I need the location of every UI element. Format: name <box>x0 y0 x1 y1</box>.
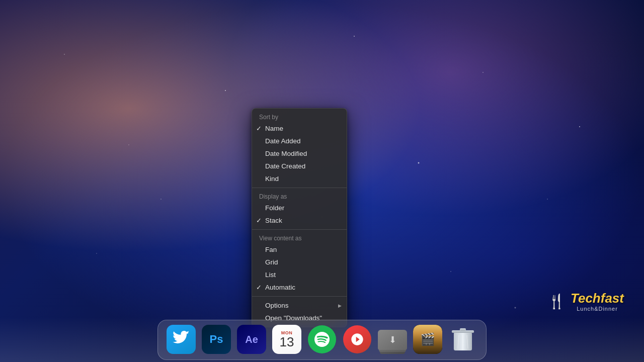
twitter-icon <box>167 325 196 354</box>
display-as-folder[interactable]: Folder <box>252 202 347 214</box>
calendar-day: 13 <box>280 335 294 348</box>
display-as-section: Display as Folder Stack <box>252 188 347 229</box>
fork-icon: 🍴 <box>548 293 566 310</box>
view-as-grid[interactable]: Grid <box>252 256 347 268</box>
sort-by-date-added[interactable]: Date Added <box>252 135 347 147</box>
dock-item-photoshop[interactable]: Ps <box>200 323 232 355</box>
dock-item-itunes[interactable] <box>341 323 373 355</box>
movies-icon: 🎬 <box>413 325 442 354</box>
svg-rect-2 <box>460 328 466 331</box>
dock-item-twitter[interactable] <box>165 323 197 355</box>
view-content-as-header: View content as <box>252 232 347 243</box>
sort-by-kind[interactable]: Kind <box>252 172 347 185</box>
sort-by-header: Sort by <box>252 111 347 122</box>
dock-container: Ps Ae MON 13 <box>157 320 487 360</box>
view-as-fan[interactable]: Fan <box>252 243 347 256</box>
calendar-icon: MON 13 <box>272 325 301 354</box>
dock-item-movies[interactable]: 🎬 <box>412 323 444 355</box>
dock-item-spotify[interactable] <box>306 323 338 355</box>
dock-item-calendar[interactable]: MON 13 <box>271 323 303 355</box>
techfast-logo: 🍴 Techfast Lunch&Dinner <box>548 291 624 312</box>
options-item[interactable]: Options <box>252 299 347 312</box>
sort-by-section: Sort by Name Date Added Date Modified Da… <box>252 109 347 188</box>
sort-by-date-modified[interactable]: Date Modified <box>252 147 347 160</box>
downloads-icon: ⬇ <box>378 325 407 354</box>
spotify-icon <box>307 325 337 354</box>
itunes-icon <box>343 325 372 354</box>
display-as-header: Display as <box>252 191 347 202</box>
trash-icon <box>448 325 477 354</box>
dock-item-trash[interactable] <box>447 323 479 355</box>
techfast-subtitle: Lunch&Dinner <box>571 306 624 312</box>
view-content-as-section: View content as Fan Grid List Automatic <box>252 230 347 296</box>
techfast-name: Techfast <box>571 291 624 306</box>
dock-item-downloads[interactable]: ⬇ <box>376 323 409 355</box>
dock: Ps Ae MON 13 <box>0 317 644 362</box>
context-menu: Sort by Name Date Added Date Modified Da… <box>252 108 347 327</box>
display-as-stack[interactable]: Stack <box>252 214 347 227</box>
sort-by-name[interactable]: Name <box>252 122 347 135</box>
view-as-automatic[interactable]: Automatic <box>252 281 347 294</box>
photoshop-icon: Ps <box>202 325 231 354</box>
aftereffects-icon: Ae <box>237 325 266 354</box>
dock-item-aftereffects[interactable]: Ae <box>235 323 268 355</box>
sort-by-date-created[interactable]: Date Created <box>252 160 347 172</box>
view-as-list[interactable]: List <box>252 268 347 281</box>
